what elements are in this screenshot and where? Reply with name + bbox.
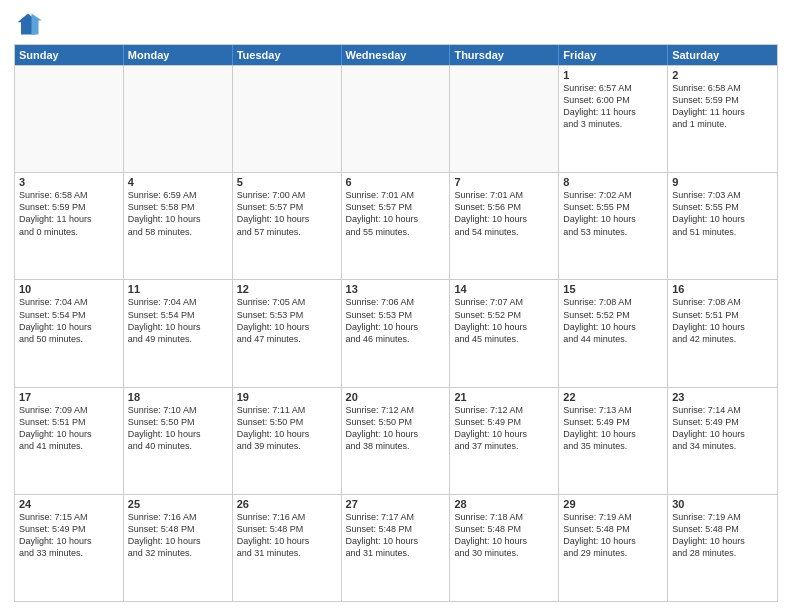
day-number: 6 — [346, 176, 446, 188]
cell-text: Sunrise: 7:12 AMSunset: 5:50 PMDaylight:… — [346, 404, 446, 453]
calendar-body: 1Sunrise: 6:57 AMSunset: 6:00 PMDaylight… — [15, 65, 777, 601]
calendar-week-4: 17Sunrise: 7:09 AMSunset: 5:51 PMDayligh… — [15, 387, 777, 494]
calendar-week-1: 1Sunrise: 6:57 AMSunset: 6:00 PMDaylight… — [15, 65, 777, 172]
day-number: 9 — [672, 176, 773, 188]
calendar: SundayMondayTuesdayWednesdayThursdayFrid… — [14, 44, 778, 602]
day-number: 1 — [563, 69, 663, 81]
cell-text: Sunrise: 7:10 AMSunset: 5:50 PMDaylight:… — [128, 404, 228, 453]
calendar-header-row: SundayMondayTuesdayWednesdayThursdayFrid… — [15, 45, 777, 65]
day-number: 4 — [128, 176, 228, 188]
cell-text: Sunrise: 7:02 AMSunset: 5:55 PMDaylight:… — [563, 189, 663, 238]
calendar-cell: 11Sunrise: 7:04 AMSunset: 5:54 PMDayligh… — [124, 280, 233, 386]
day-number: 7 — [454, 176, 554, 188]
calendar-cell: 28Sunrise: 7:18 AMSunset: 5:48 PMDayligh… — [450, 495, 559, 601]
logo — [14, 10, 46, 38]
cell-text: Sunrise: 7:01 AMSunset: 5:57 PMDaylight:… — [346, 189, 446, 238]
calendar-cell: 7Sunrise: 7:01 AMSunset: 5:56 PMDaylight… — [450, 173, 559, 279]
day-number: 19 — [237, 391, 337, 403]
cell-text: Sunrise: 7:04 AMSunset: 5:54 PMDaylight:… — [128, 296, 228, 345]
calendar-cell — [124, 66, 233, 172]
cell-text: Sunrise: 7:00 AMSunset: 5:57 PMDaylight:… — [237, 189, 337, 238]
cell-text: Sunrise: 7:08 AMSunset: 5:52 PMDaylight:… — [563, 296, 663, 345]
cell-text: Sunrise: 7:16 AMSunset: 5:48 PMDaylight:… — [128, 511, 228, 560]
calendar-cell: 3Sunrise: 6:58 AMSunset: 5:59 PMDaylight… — [15, 173, 124, 279]
calendar-cell: 13Sunrise: 7:06 AMSunset: 5:53 PMDayligh… — [342, 280, 451, 386]
cell-text: Sunrise: 7:19 AMSunset: 5:48 PMDaylight:… — [672, 511, 773, 560]
calendar-cell: 24Sunrise: 7:15 AMSunset: 5:49 PMDayligh… — [15, 495, 124, 601]
calendar-cell: 6Sunrise: 7:01 AMSunset: 5:57 PMDaylight… — [342, 173, 451, 279]
svg-marker-1 — [32, 14, 43, 35]
page: SundayMondayTuesdayWednesdayThursdayFrid… — [0, 0, 792, 612]
calendar-header-sunday: Sunday — [15, 45, 124, 65]
cell-text: Sunrise: 6:57 AMSunset: 6:00 PMDaylight:… — [563, 82, 663, 131]
day-number: 26 — [237, 498, 337, 510]
calendar-cell — [342, 66, 451, 172]
calendar-header-friday: Friday — [559, 45, 668, 65]
calendar-cell: 9Sunrise: 7:03 AMSunset: 5:55 PMDaylight… — [668, 173, 777, 279]
calendar-cell — [450, 66, 559, 172]
day-number: 20 — [346, 391, 446, 403]
day-number: 12 — [237, 283, 337, 295]
day-number: 27 — [346, 498, 446, 510]
calendar-cell: 4Sunrise: 6:59 AMSunset: 5:58 PMDaylight… — [124, 173, 233, 279]
cell-text: Sunrise: 7:19 AMSunset: 5:48 PMDaylight:… — [563, 511, 663, 560]
calendar-cell: 23Sunrise: 7:14 AMSunset: 5:49 PMDayligh… — [668, 388, 777, 494]
day-number: 22 — [563, 391, 663, 403]
calendar-cell: 20Sunrise: 7:12 AMSunset: 5:50 PMDayligh… — [342, 388, 451, 494]
cell-text: Sunrise: 7:01 AMSunset: 5:56 PMDaylight:… — [454, 189, 554, 238]
cell-text: Sunrise: 7:11 AMSunset: 5:50 PMDaylight:… — [237, 404, 337, 453]
cell-text: Sunrise: 7:08 AMSunset: 5:51 PMDaylight:… — [672, 296, 773, 345]
header — [14, 10, 778, 38]
cell-text: Sunrise: 7:12 AMSunset: 5:49 PMDaylight:… — [454, 404, 554, 453]
calendar-cell: 21Sunrise: 7:12 AMSunset: 5:49 PMDayligh… — [450, 388, 559, 494]
cell-text: Sunrise: 7:07 AMSunset: 5:52 PMDaylight:… — [454, 296, 554, 345]
cell-text: Sunrise: 7:16 AMSunset: 5:48 PMDaylight:… — [237, 511, 337, 560]
day-number: 21 — [454, 391, 554, 403]
day-number: 2 — [672, 69, 773, 81]
day-number: 5 — [237, 176, 337, 188]
calendar-header-wednesday: Wednesday — [342, 45, 451, 65]
cell-text: Sunrise: 7:04 AMSunset: 5:54 PMDaylight:… — [19, 296, 119, 345]
day-number: 24 — [19, 498, 119, 510]
calendar-cell: 1Sunrise: 6:57 AMSunset: 6:00 PMDaylight… — [559, 66, 668, 172]
calendar-header-tuesday: Tuesday — [233, 45, 342, 65]
day-number: 28 — [454, 498, 554, 510]
day-number: 18 — [128, 391, 228, 403]
calendar-cell: 2Sunrise: 6:58 AMSunset: 5:59 PMDaylight… — [668, 66, 777, 172]
cell-text: Sunrise: 6:58 AMSunset: 5:59 PMDaylight:… — [672, 82, 773, 131]
calendar-cell: 15Sunrise: 7:08 AMSunset: 5:52 PMDayligh… — [559, 280, 668, 386]
calendar-cell: 25Sunrise: 7:16 AMSunset: 5:48 PMDayligh… — [124, 495, 233, 601]
day-number: 14 — [454, 283, 554, 295]
day-number: 11 — [128, 283, 228, 295]
calendar-header-saturday: Saturday — [668, 45, 777, 65]
cell-text: Sunrise: 7:03 AMSunset: 5:55 PMDaylight:… — [672, 189, 773, 238]
cell-text: Sunrise: 6:59 AMSunset: 5:58 PMDaylight:… — [128, 189, 228, 238]
day-number: 17 — [19, 391, 119, 403]
calendar-cell: 26Sunrise: 7:16 AMSunset: 5:48 PMDayligh… — [233, 495, 342, 601]
calendar-cell: 8Sunrise: 7:02 AMSunset: 5:55 PMDaylight… — [559, 173, 668, 279]
cell-text: Sunrise: 7:17 AMSunset: 5:48 PMDaylight:… — [346, 511, 446, 560]
calendar-cell: 29Sunrise: 7:19 AMSunset: 5:48 PMDayligh… — [559, 495, 668, 601]
day-number: 15 — [563, 283, 663, 295]
logo-icon — [14, 10, 42, 38]
calendar-week-3: 10Sunrise: 7:04 AMSunset: 5:54 PMDayligh… — [15, 279, 777, 386]
cell-text: Sunrise: 7:05 AMSunset: 5:53 PMDaylight:… — [237, 296, 337, 345]
calendar-cell: 14Sunrise: 7:07 AMSunset: 5:52 PMDayligh… — [450, 280, 559, 386]
calendar-cell — [15, 66, 124, 172]
calendar-cell: 12Sunrise: 7:05 AMSunset: 5:53 PMDayligh… — [233, 280, 342, 386]
cell-text: Sunrise: 6:58 AMSunset: 5:59 PMDaylight:… — [19, 189, 119, 238]
day-number: 3 — [19, 176, 119, 188]
calendar-cell: 19Sunrise: 7:11 AMSunset: 5:50 PMDayligh… — [233, 388, 342, 494]
cell-text: Sunrise: 7:14 AMSunset: 5:49 PMDaylight:… — [672, 404, 773, 453]
calendar-cell — [233, 66, 342, 172]
calendar-header-thursday: Thursday — [450, 45, 559, 65]
day-number: 23 — [672, 391, 773, 403]
day-number: 25 — [128, 498, 228, 510]
cell-text: Sunrise: 7:18 AMSunset: 5:48 PMDaylight:… — [454, 511, 554, 560]
cell-text: Sunrise: 7:13 AMSunset: 5:49 PMDaylight:… — [563, 404, 663, 453]
calendar-cell: 22Sunrise: 7:13 AMSunset: 5:49 PMDayligh… — [559, 388, 668, 494]
calendar-cell: 10Sunrise: 7:04 AMSunset: 5:54 PMDayligh… — [15, 280, 124, 386]
day-number: 8 — [563, 176, 663, 188]
day-number: 13 — [346, 283, 446, 295]
calendar-cell: 27Sunrise: 7:17 AMSunset: 5:48 PMDayligh… — [342, 495, 451, 601]
